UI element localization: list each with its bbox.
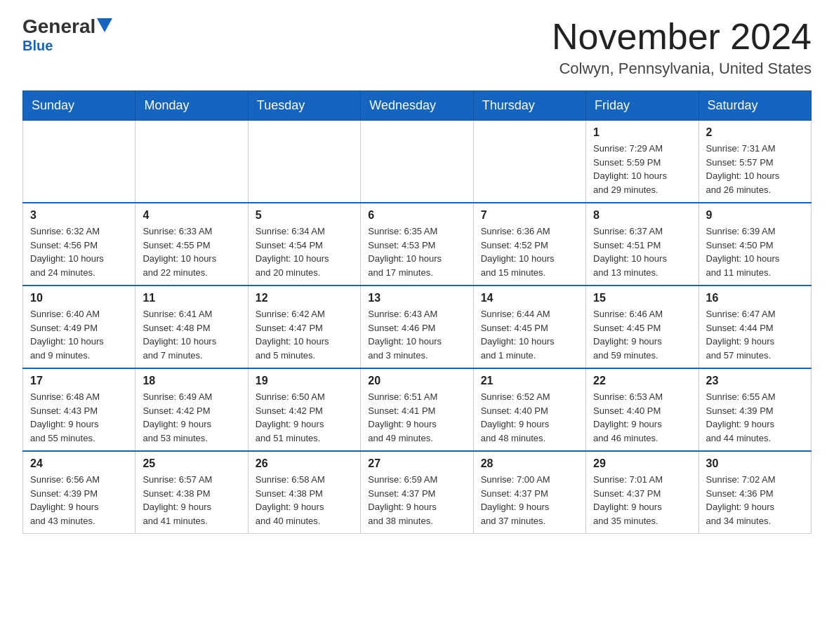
day-info: Sunrise: 6:33 AM Sunset: 4:55 PM Dayligh… [143, 224, 240, 279]
weekday-header-friday: Friday [586, 91, 699, 121]
day-number: 28 [481, 457, 578, 470]
day-number: 8 [593, 209, 691, 222]
day-number: 23 [706, 375, 804, 387]
day-number: 15 [593, 292, 691, 304]
calendar-cell: 30Sunrise: 7:02 AM Sunset: 4:36 PM Dayli… [699, 451, 811, 534]
day-info: Sunrise: 6:37 AM Sunset: 4:51 PM Dayligh… [593, 224, 691, 279]
calendar-cell [473, 121, 585, 203]
calendar-cell [135, 121, 248, 203]
day-info: Sunrise: 7:02 AM Sunset: 4:36 PM Dayligh… [706, 473, 804, 528]
weekday-header-saturday: Saturday [699, 91, 811, 121]
calendar-cell: 7Sunrise: 6:36 AM Sunset: 4:52 PM Daylig… [473, 203, 585, 286]
day-number: 12 [256, 292, 353, 304]
day-info: Sunrise: 6:55 AM Sunset: 4:39 PM Dayligh… [706, 390, 804, 445]
weekday-header-sunday: Sunday [23, 91, 135, 121]
logo-blue-text: Blue [22, 38, 53, 54]
calendar-cell: 13Sunrise: 6:43 AM Sunset: 4:46 PM Dayli… [361, 286, 473, 368]
day-number: 10 [30, 292, 128, 304]
day-number: 30 [706, 457, 804, 470]
day-number: 13 [368, 292, 465, 304]
day-info: Sunrise: 7:01 AM Sunset: 4:37 PM Dayligh… [593, 473, 691, 528]
calendar-cell: 27Sunrise: 6:59 AM Sunset: 4:37 PM Dayli… [361, 451, 473, 534]
day-number: 16 [706, 292, 804, 304]
calendar-cell: 21Sunrise: 6:52 AM Sunset: 4:40 PM Dayli… [473, 368, 585, 451]
weekday-header-monday: Monday [135, 91, 248, 121]
weekday-header-thursday: Thursday [473, 91, 585, 121]
day-number: 19 [256, 375, 353, 387]
day-number: 7 [481, 209, 578, 222]
calendar-cell: 16Sunrise: 6:47 AM Sunset: 4:44 PM Dayli… [699, 286, 811, 368]
day-info: Sunrise: 6:46 AM Sunset: 4:45 PM Dayligh… [593, 307, 691, 362]
calendar-cell: 18Sunrise: 6:49 AM Sunset: 4:42 PM Dayli… [135, 368, 248, 451]
calendar-week-row: 1Sunrise: 7:29 AM Sunset: 5:59 PM Daylig… [23, 121, 812, 203]
day-info: Sunrise: 6:49 AM Sunset: 4:42 PM Dayligh… [143, 390, 240, 445]
day-info: Sunrise: 6:59 AM Sunset: 4:37 PM Dayligh… [368, 473, 465, 528]
day-number: 6 [368, 209, 465, 222]
day-number: 9 [706, 209, 804, 222]
logo: General Blue [22, 17, 112, 54]
calendar-cell: 28Sunrise: 7:00 AM Sunset: 4:37 PM Dayli… [473, 451, 585, 534]
day-info: Sunrise: 6:57 AM Sunset: 4:38 PM Dayligh… [143, 473, 240, 528]
day-info: Sunrise: 6:42 AM Sunset: 4:47 PM Dayligh… [256, 307, 353, 362]
calendar-cell: 23Sunrise: 6:55 AM Sunset: 4:39 PM Dayli… [699, 368, 811, 451]
calendar-cell: 10Sunrise: 6:40 AM Sunset: 4:49 PM Dayli… [23, 286, 135, 368]
logo-arrow-icon [97, 18, 112, 32]
day-number: 11 [143, 292, 240, 304]
calendar-cell: 1Sunrise: 7:29 AM Sunset: 5:59 PM Daylig… [586, 121, 699, 203]
day-info: Sunrise: 6:35 AM Sunset: 4:53 PM Dayligh… [368, 224, 465, 279]
svg-marker-0 [97, 18, 112, 32]
day-number: 3 [30, 209, 128, 222]
day-info: Sunrise: 6:51 AM Sunset: 4:41 PM Dayligh… [368, 390, 465, 445]
weekday-header-row: SundayMondayTuesdayWednesdayThursdayFrid… [23, 91, 812, 121]
calendar-week-row: 17Sunrise: 6:48 AM Sunset: 4:43 PM Dayli… [23, 368, 812, 451]
day-number: 4 [143, 209, 240, 222]
calendar-cell: 22Sunrise: 6:53 AM Sunset: 4:40 PM Dayli… [586, 368, 699, 451]
calendar-week-row: 24Sunrise: 6:56 AM Sunset: 4:39 PM Dayli… [23, 451, 812, 534]
day-number: 5 [256, 209, 353, 222]
calendar-cell: 4Sunrise: 6:33 AM Sunset: 4:55 PM Daylig… [135, 203, 248, 286]
day-info: Sunrise: 6:50 AM Sunset: 4:42 PM Dayligh… [256, 390, 353, 445]
day-number: 29 [593, 457, 691, 470]
calendar-cell: 25Sunrise: 6:57 AM Sunset: 4:38 PM Dayli… [135, 451, 248, 534]
calendar-cell [23, 121, 135, 203]
day-info: Sunrise: 7:31 AM Sunset: 5:57 PM Dayligh… [706, 142, 804, 196]
calendar-cell: 11Sunrise: 6:41 AM Sunset: 4:48 PM Dayli… [135, 286, 248, 368]
weekday-header-tuesday: Tuesday [248, 91, 360, 121]
day-number: 26 [256, 457, 353, 470]
calendar-cell: 6Sunrise: 6:35 AM Sunset: 4:53 PM Daylig… [361, 203, 473, 286]
day-info: Sunrise: 7:00 AM Sunset: 4:37 PM Dayligh… [481, 473, 578, 528]
calendar-cell: 8Sunrise: 6:37 AM Sunset: 4:51 PM Daylig… [586, 203, 699, 286]
calendar-cell: 12Sunrise: 6:42 AM Sunset: 4:47 PM Dayli… [248, 286, 360, 368]
day-info: Sunrise: 6:47 AM Sunset: 4:44 PM Dayligh… [706, 307, 804, 362]
day-number: 21 [481, 375, 578, 387]
header: General Blue November 2024 Colwyn, Penns… [22, 17, 812, 78]
day-info: Sunrise: 6:56 AM Sunset: 4:39 PM Dayligh… [30, 473, 128, 528]
day-info: Sunrise: 6:34 AM Sunset: 4:54 PM Dayligh… [256, 224, 353, 279]
calendar-cell: 19Sunrise: 6:50 AM Sunset: 4:42 PM Dayli… [248, 368, 360, 451]
day-number: 24 [30, 457, 128, 470]
calendar-cell: 9Sunrise: 6:39 AM Sunset: 4:50 PM Daylig… [699, 203, 811, 286]
day-info: Sunrise: 6:40 AM Sunset: 4:49 PM Dayligh… [30, 307, 128, 362]
day-number: 20 [368, 375, 465, 387]
day-info: Sunrise: 7:29 AM Sunset: 5:59 PM Dayligh… [593, 142, 691, 196]
weekday-header-wednesday: Wednesday [361, 91, 473, 121]
day-number: 17 [30, 375, 128, 387]
calendar-cell: 17Sunrise: 6:48 AM Sunset: 4:43 PM Dayli… [23, 368, 135, 451]
day-number: 14 [481, 292, 578, 304]
day-info: Sunrise: 6:44 AM Sunset: 4:45 PM Dayligh… [481, 307, 578, 362]
subtitle: Colwyn, Pennsylvania, United States [552, 60, 812, 78]
day-info: Sunrise: 6:41 AM Sunset: 4:48 PM Dayligh… [143, 307, 240, 362]
title-area: November 2024 Colwyn, Pennsylvania, Unit… [552, 17, 812, 78]
calendar-cell [248, 121, 360, 203]
day-info: Sunrise: 6:36 AM Sunset: 4:52 PM Dayligh… [481, 224, 578, 279]
day-info: Sunrise: 6:43 AM Sunset: 4:46 PM Dayligh… [368, 307, 465, 362]
day-info: Sunrise: 6:32 AM Sunset: 4:56 PM Dayligh… [30, 224, 128, 279]
calendar-cell: 26Sunrise: 6:58 AM Sunset: 4:38 PM Dayli… [248, 451, 360, 534]
day-number: 22 [593, 375, 691, 387]
day-info: Sunrise: 6:58 AM Sunset: 4:38 PM Dayligh… [256, 473, 353, 528]
calendar-cell: 15Sunrise: 6:46 AM Sunset: 4:45 PM Dayli… [586, 286, 699, 368]
calendar-cell: 3Sunrise: 6:32 AM Sunset: 4:56 PM Daylig… [23, 203, 135, 286]
calendar-cell: 5Sunrise: 6:34 AM Sunset: 4:54 PM Daylig… [248, 203, 360, 286]
calendar-cell: 2Sunrise: 7:31 AM Sunset: 5:57 PM Daylig… [699, 121, 811, 203]
logo-text: General [22, 17, 112, 36]
